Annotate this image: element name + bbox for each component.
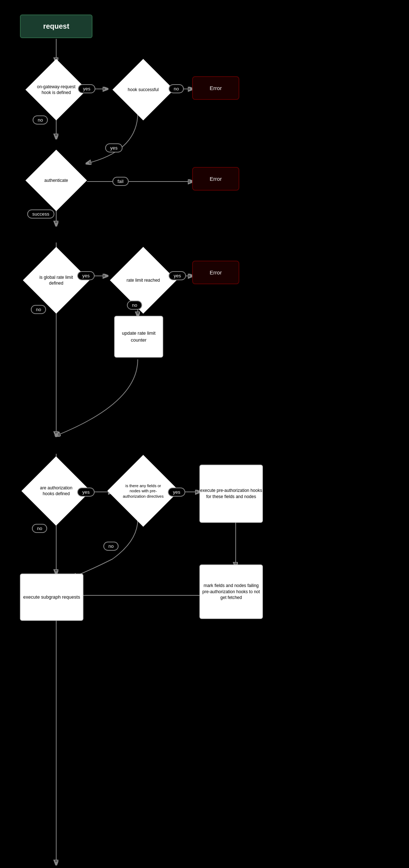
error-node-1: Error — [192, 76, 239, 100]
yes-label-1: yes — [78, 84, 95, 93]
diamond-authenticate: authenticate — [20, 152, 92, 209]
update-rate-limit-counter: update rate limit counter — [114, 316, 163, 358]
yes-label-rate-reached: yes — [169, 271, 186, 280]
no-label-rate: no — [127, 301, 142, 310]
yes-label-auth: yes — [77, 488, 95, 497]
yes-label-rate: yes — [77, 271, 95, 280]
error-node-2: Error — [192, 167, 239, 191]
execute-subgraph-requests: execute subgraph requests — [20, 574, 83, 621]
yes-label-preauth: yes — [168, 488, 185, 497]
mark-failing-pre-auth: mark fields and nodes failing pre-author… — [199, 565, 263, 619]
error-node-3: Error — [192, 261, 239, 284]
no-label-1: no — [169, 84, 184, 93]
flowchart: request on-gateway-request hook is defin… — [0, 0, 409, 868]
diamond-rate-limit-defined: is global rate limit defined — [20, 252, 92, 309]
no-label-preauth-down: no — [103, 542, 119, 551]
success-label: success — [27, 209, 54, 219]
no-label-gateway: no — [33, 115, 48, 125]
no-label-auth-down: no — [32, 524, 47, 533]
fail-label: fail — [112, 177, 129, 186]
request-node: request — [20, 15, 92, 38]
execute-pre-auth-hooks: execute pre-authorization hooks for thes… — [199, 465, 263, 523]
connections-svg — [0, 0, 409, 868]
diamond-rate-limit-reached: rate limit reached — [107, 252, 179, 309]
no-label-global: no — [31, 305, 46, 314]
yes-label-hook-down: yes — [105, 143, 123, 152]
